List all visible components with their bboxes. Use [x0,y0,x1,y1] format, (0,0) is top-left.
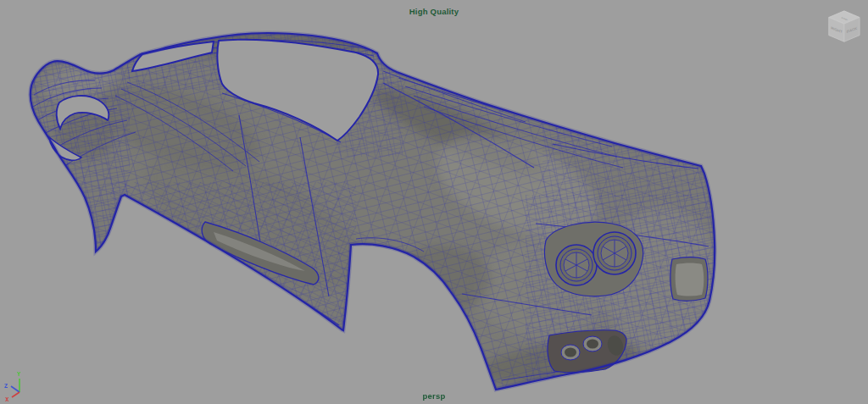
axis-gizmo: Y Z X [2,368,41,404]
exhaust-pipe-left [561,345,580,360]
axis-x-label: X [5,396,9,403]
taillight-panel[interactable] [544,222,643,296]
maya-perspective-viewport[interactable]: High Quality persp TOP RIGHT BACK Y Z X [0,0,868,404]
exhaust-recess [548,330,626,373]
taillight-right[interactable] [593,232,636,274]
axis-y-label: Y [17,371,21,378]
axis-x-line [12,392,19,397]
axis-z-label: Z [4,383,8,390]
axis-z-line [11,386,19,392]
view-cube[interactable]: TOP RIGHT BACK [824,5,861,49]
taillight-left[interactable] [556,245,597,285]
license-plate-recess [670,257,708,301]
car-body-mesh[interactable] [0,0,868,404]
exhaust-pipe-right [583,336,602,351]
